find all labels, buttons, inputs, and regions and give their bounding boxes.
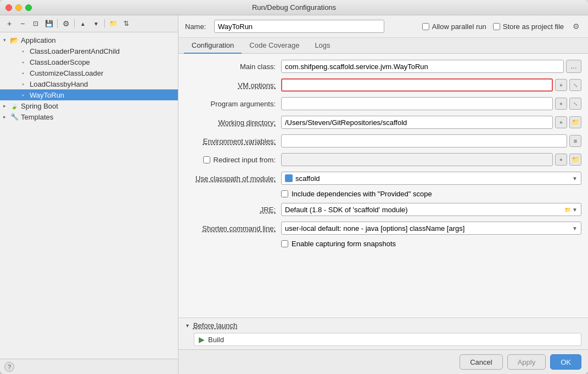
settings-button[interactable]: ⚙: [60, 18, 72, 30]
shorten-cmd-select[interactable]: user-local default: none - java [options…: [281, 222, 581, 235]
classloader-parent-label: ClassLoaderParentAndChild: [30, 47, 120, 55]
separator3: [104, 19, 105, 28]
classloader-scope-label: ClassLoaderScope: [30, 58, 90, 66]
maximize-button[interactable]: [25, 4, 32, 11]
customize-classloader-icon: ▪: [19, 69, 27, 77]
tab-configuration[interactable]: Configuration: [184, 38, 242, 54]
classloader-scope-icon: ▪: [19, 58, 27, 66]
copy-config-button[interactable]: ⊡: [30, 18, 42, 30]
redirect-input-input[interactable]: [281, 153, 553, 166]
working-dir-expand-button[interactable]: +: [555, 116, 567, 128]
window-title: Run/Debug Configurations: [252, 3, 336, 12]
waytorun-icon: ▪: [19, 90, 27, 99]
working-dir-input[interactable]: [281, 116, 553, 129]
allow-parallel-run-checkbox[interactable]: [422, 23, 429, 30]
cancel-button[interactable]: Cancel: [460, 354, 502, 370]
working-dir-control: + 📁: [281, 116, 581, 129]
allow-parallel-run-text: Allow parallel run: [432, 22, 486, 31]
working-dir-folder-button[interactable]: 📁: [569, 116, 581, 128]
jre-select[interactable]: Default (1.8 - SDK of 'scaffold' module)…: [281, 203, 581, 216]
sidebar-item-customize-classloader[interactable]: ▸ ▪ CustomizeClassLoader: [0, 67, 178, 78]
jre-control: Default (1.8 - SDK of 'scaffold' module)…: [281, 203, 581, 216]
remove-config-button[interactable]: −: [16, 18, 29, 30]
sidebar-bottom: ?: [0, 359, 178, 374]
sidebar-toolbar: + − ⊡ 💾 ⚙ ▲ ▼ 📁 ⇅: [0, 15, 178, 32]
expand-arrow-application: ▾: [3, 37, 10, 43]
sidebar-item-application-folder[interactable]: ▾ 📂 Application: [0, 35, 178, 46]
program-args-input[interactable]: [281, 97, 553, 110]
program-args-expand-button[interactable]: +: [555, 98, 567, 110]
sidebar-item-classloader-parent[interactable]: ▸ ▪ ClassLoaderParentAndChild: [0, 46, 178, 56]
title-bar: Run/Debug Configurations: [0, 0, 588, 15]
main-class-row: Main class: …: [185, 59, 581, 73]
add-config-button[interactable]: +: [3, 18, 15, 30]
redirect-folder-button[interactable]: 📁: [569, 154, 581, 166]
include-deps-checkbox[interactable]: [281, 190, 288, 197]
templates-folder-label: Templates: [21, 113, 53, 121]
shorten-cmd-control: user-local default: none - java [options…: [281, 222, 581, 235]
move-down-button[interactable]: ▼: [90, 18, 102, 30]
redirect-expand-button[interactable]: +: [555, 154, 567, 166]
env-vars-browse-button[interactable]: ≡: [569, 135, 581, 147]
vm-options-expand-button[interactable]: +: [555, 79, 567, 91]
vm-options-input[interactable]: [281, 78, 553, 92]
program-args-collapse-button[interactable]: ⤡: [569, 98, 581, 110]
store-as-project-checkbox[interactable]: [493, 23, 500, 30]
redirect-input-row: Redirect input from: + 📁: [185, 152, 581, 167]
enable-snapshots-label: Enable capturing form snapshots: [292, 240, 396, 248]
close-button[interactable]: [5, 4, 12, 11]
shorten-cmd-label: Shorten command line:: [185, 224, 281, 233]
name-input[interactable]: [214, 20, 384, 33]
templates-folder-icon: 🔧: [10, 112, 19, 121]
sidebar-item-waytorun[interactable]: ▸ ▪ WayToRun: [0, 89, 178, 100]
name-options: Allow parallel run Store as project file…: [422, 21, 581, 32]
right-panel: Name: Allow parallel run Store as projec…: [178, 15, 588, 374]
classpath-module-select[interactable]: scaffold ▼: [281, 172, 581, 185]
before-launch-header: ▼ Before launch: [185, 321, 581, 330]
store-as-project-label[interactable]: Store as project file: [493, 22, 564, 31]
sort-button[interactable]: ⇅: [120, 18, 132, 30]
store-as-project-text: Store as project file: [503, 22, 564, 31]
sidebar-item-classloader-scope[interactable]: ▸ ▪ ClassLoaderScope: [0, 56, 178, 67]
allow-parallel-run-label[interactable]: Allow parallel run: [422, 22, 486, 31]
form-area: Main class: … VM options: + ⤡: [178, 54, 588, 318]
main-class-browse-button[interactable]: …: [566, 60, 581, 73]
vm-options-row: VM options: + ⤡: [185, 78, 581, 92]
enable-snapshots-row: Enable capturing form snapshots: [281, 240, 581, 248]
help-button[interactable]: ?: [4, 362, 14, 372]
help-icon: ?: [8, 364, 11, 370]
sidebar-item-loadclass[interactable]: ▸ ▪ LoadClassbyHand: [0, 78, 178, 89]
env-vars-input[interactable]: [281, 134, 567, 148]
before-launch-section: ▼ Before launch ▶ Build: [178, 318, 588, 349]
apply-button[interactable]: Apply: [507, 354, 546, 370]
sidebar-item-springboot-folder[interactable]: ▸ 🍃 Spring Boot: [0, 100, 178, 111]
move-to-folder-button[interactable]: 📁: [107, 18, 119, 30]
before-launch-collapse-arrow[interactable]: ▼: [185, 323, 190, 328]
separator: [57, 19, 58, 28]
sidebar-item-templates-folder[interactable]: ▸ 🔧 Templates: [0, 111, 178, 122]
main-class-input[interactable]: [281, 60, 564, 73]
env-vars-row: Environment variables: ≡: [185, 134, 581, 148]
enable-snapshots-checkbox[interactable]: [281, 240, 288, 247]
jre-folder-icon: 📁: [564, 207, 571, 213]
separator2: [74, 19, 75, 28]
move-up-button[interactable]: ▲: [77, 18, 89, 30]
before-launch-build-item[interactable]: ▶ Build: [194, 333, 581, 346]
vm-options-label: VM options:: [185, 81, 281, 89]
jre-value: Default (1.8 - SDK of 'scaffold' module): [285, 206, 408, 214]
project-settings-gear-icon[interactable]: ⚙: [570, 21, 581, 32]
main-class-control: …: [281, 60, 581, 73]
tab-code-coverage[interactable]: Code Coverage: [242, 38, 307, 54]
working-dir-label: Working directory:: [185, 118, 281, 127]
save-config-button[interactable]: 💾: [43, 18, 55, 30]
before-launch-title: Before launch: [193, 321, 237, 330]
minimize-button[interactable]: [15, 4, 22, 11]
jre-row: JRE: Default (1.8 - SDK of 'scaffold' mo…: [185, 202, 581, 217]
vm-options-collapse-button[interactable]: ⤡: [569, 79, 581, 91]
module-icon: [285, 174, 293, 182]
springboot-folder-icon: 🍃: [10, 101, 19, 110]
redirect-input-checkbox[interactable]: [203, 156, 210, 163]
tab-logs[interactable]: Logs: [307, 38, 338, 54]
springboot-folder-label: Spring Boot: [21, 102, 58, 110]
ok-button[interactable]: OK: [550, 354, 581, 370]
